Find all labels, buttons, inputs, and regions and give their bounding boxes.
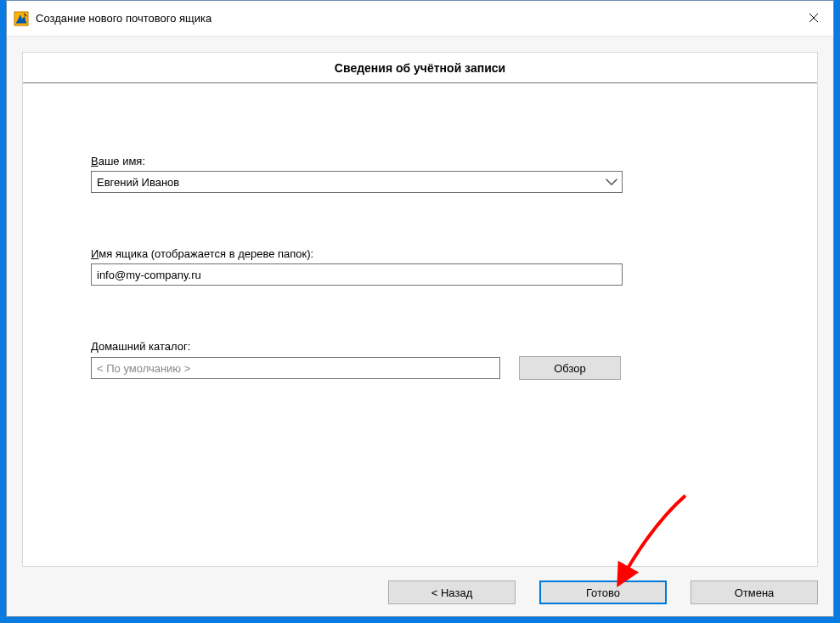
section-title: Сведения об учётной записи <box>335 61 505 75</box>
form-area: Ваше имя: Евгений Иванов Имя ящика (отоб… <box>23 83 817 380</box>
name-label: Ваше имя: <box>91 155 766 167</box>
field-name: Ваше имя: Евгений Иванов <box>91 155 766 193</box>
name-combo-value: Евгений Иванов <box>97 176 605 189</box>
app-icon <box>14 11 29 26</box>
finish-button[interactable]: Готово <box>539 581 667 604</box>
back-button[interactable]: < Назад <box>388 581 516 604</box>
mailbox-label: Имя ящика (отображается в дереве папок): <box>91 247 766 260</box>
window-title: Создание нового почтового ящика <box>36 12 211 25</box>
field-home: Домашний каталог: < По умолчанию > Обзор <box>91 340 766 380</box>
section-header: Сведения об учётной записи <box>23 53 817 83</box>
titlebar: Создание нового почтового ящика <box>7 1 833 37</box>
chevron-down-icon <box>605 175 618 189</box>
home-label: Домашний каталог: <box>91 340 766 353</box>
cancel-button[interactable]: Отмена <box>691 581 818 604</box>
content-panel: Сведения об учётной записи Ваше имя: Евг… <box>22 52 818 567</box>
dialog-window: Создание нового почтового ящика Сведения… <box>6 0 834 617</box>
mailbox-input[interactable]: info@my-company.ru <box>91 263 623 286</box>
name-combo[interactable]: Евгений Иванов <box>91 171 623 193</box>
home-placeholder: < По умолчанию > <box>97 362 190 375</box>
close-icon <box>809 13 819 23</box>
mailbox-value: info@my-company.ru <box>97 269 201 281</box>
home-input[interactable]: < По умолчанию > <box>91 357 500 379</box>
close-button[interactable] <box>794 0 833 36</box>
field-mailbox: Имя ящика (отображается в дереве папок):… <box>91 247 766 286</box>
footer-buttons: < Назад Готово Отмена <box>22 567 818 604</box>
browse-button[interactable]: Обзор <box>519 356 621 380</box>
client-area: Сведения об учётной записи Ваше имя: Евг… <box>7 37 833 616</box>
